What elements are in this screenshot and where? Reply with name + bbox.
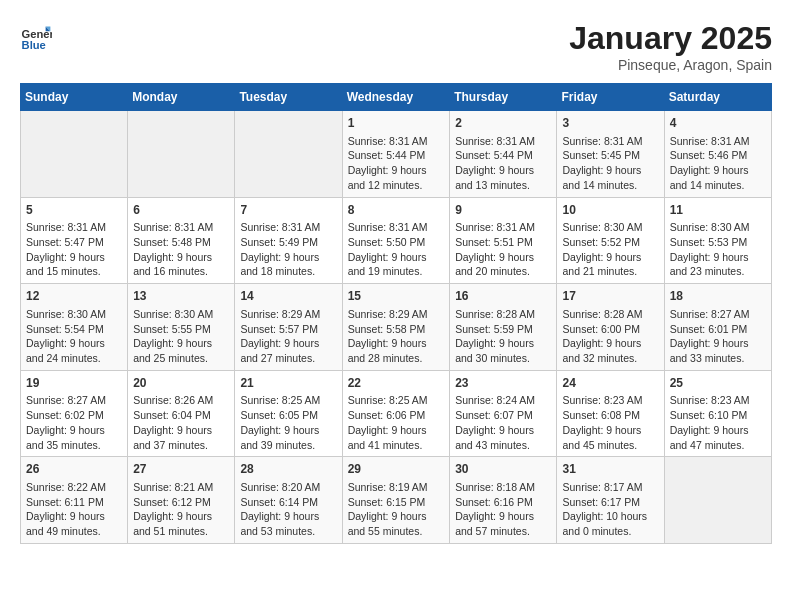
header-saturday: Saturday	[664, 84, 771, 111]
table-row: 10Sunrise: 8:30 AMSunset: 5:52 PMDayligh…	[557, 197, 664, 284]
calendar-header-row: Sunday Monday Tuesday Wednesday Thursday…	[21, 84, 772, 111]
daylight-text: Daylight: 9 hours and 21 minutes.	[562, 250, 658, 279]
daylight-text: Daylight: 9 hours and 32 minutes.	[562, 336, 658, 365]
daylight-text: Daylight: 9 hours and 30 minutes.	[455, 336, 551, 365]
daylight-text: Daylight: 9 hours and 33 minutes.	[670, 336, 766, 365]
table-row: 21Sunrise: 8:25 AMSunset: 6:05 PMDayligh…	[235, 370, 342, 457]
sunrise-text: Sunrise: 8:17 AM	[562, 480, 658, 495]
sunset-text: Sunset: 5:52 PM	[562, 235, 658, 250]
sunset-text: Sunset: 6:11 PM	[26, 495, 122, 510]
sunrise-text: Sunrise: 8:27 AM	[670, 307, 766, 322]
daylight-text: Daylight: 9 hours and 23 minutes.	[670, 250, 766, 279]
day-number: 24	[562, 375, 658, 392]
day-number: 25	[670, 375, 766, 392]
logo: General Blue	[20, 20, 56, 52]
header-sunday: Sunday	[21, 84, 128, 111]
table-row: 16Sunrise: 8:28 AMSunset: 5:59 PMDayligh…	[450, 284, 557, 371]
table-row: 14Sunrise: 8:29 AMSunset: 5:57 PMDayligh…	[235, 284, 342, 371]
sunset-text: Sunset: 5:51 PM	[455, 235, 551, 250]
month-year-title: January 2025	[569, 20, 772, 57]
sunset-text: Sunset: 5:49 PM	[240, 235, 336, 250]
sunrise-text: Sunrise: 8:25 AM	[240, 393, 336, 408]
table-row: 4Sunrise: 8:31 AMSunset: 5:46 PMDaylight…	[664, 111, 771, 198]
table-row: 8Sunrise: 8:31 AMSunset: 5:50 PMDaylight…	[342, 197, 450, 284]
daylight-text: Daylight: 9 hours and 51 minutes.	[133, 509, 229, 538]
daylight-text: Daylight: 9 hours and 28 minutes.	[348, 336, 445, 365]
daylight-text: Daylight: 9 hours and 45 minutes.	[562, 423, 658, 452]
sunset-text: Sunset: 6:16 PM	[455, 495, 551, 510]
table-row: 26Sunrise: 8:22 AMSunset: 6:11 PMDayligh…	[21, 457, 128, 544]
sunrise-text: Sunrise: 8:22 AM	[26, 480, 122, 495]
day-number: 6	[133, 202, 229, 219]
daylight-text: Daylight: 9 hours and 43 minutes.	[455, 423, 551, 452]
calendar-week-row: 19Sunrise: 8:27 AMSunset: 6:02 PMDayligh…	[21, 370, 772, 457]
sunrise-text: Sunrise: 8:31 AM	[562, 134, 658, 149]
sunset-text: Sunset: 6:12 PM	[133, 495, 229, 510]
sunset-text: Sunset: 5:53 PM	[670, 235, 766, 250]
sunset-text: Sunset: 5:57 PM	[240, 322, 336, 337]
sunset-text: Sunset: 6:08 PM	[562, 408, 658, 423]
sunset-text: Sunset: 6:15 PM	[348, 495, 445, 510]
table-row: 15Sunrise: 8:29 AMSunset: 5:58 PMDayligh…	[342, 284, 450, 371]
table-row: 18Sunrise: 8:27 AMSunset: 6:01 PMDayligh…	[664, 284, 771, 371]
sunset-text: Sunset: 5:47 PM	[26, 235, 122, 250]
daylight-text: Daylight: 9 hours and 13 minutes.	[455, 163, 551, 192]
daylight-text: Daylight: 9 hours and 41 minutes.	[348, 423, 445, 452]
day-number: 21	[240, 375, 336, 392]
daylight-text: Daylight: 9 hours and 57 minutes.	[455, 509, 551, 538]
title-block: January 2025 Pinseque, Aragon, Spain	[569, 20, 772, 73]
day-number: 19	[26, 375, 122, 392]
day-number: 2	[455, 115, 551, 132]
table-row	[21, 111, 128, 198]
daylight-text: Daylight: 9 hours and 55 minutes.	[348, 509, 445, 538]
daylight-text: Daylight: 9 hours and 49 minutes.	[26, 509, 122, 538]
daylight-text: Daylight: 9 hours and 37 minutes.	[133, 423, 229, 452]
day-number: 30	[455, 461, 551, 478]
calendar-week-row: 5Sunrise: 8:31 AMSunset: 5:47 PMDaylight…	[21, 197, 772, 284]
sunset-text: Sunset: 6:02 PM	[26, 408, 122, 423]
table-row: 13Sunrise: 8:30 AMSunset: 5:55 PMDayligh…	[128, 284, 235, 371]
sunset-text: Sunset: 6:14 PM	[240, 495, 336, 510]
table-row: 29Sunrise: 8:19 AMSunset: 6:15 PMDayligh…	[342, 457, 450, 544]
sunset-text: Sunset: 5:46 PM	[670, 148, 766, 163]
daylight-text: Daylight: 9 hours and 14 minutes.	[670, 163, 766, 192]
sunrise-text: Sunrise: 8:23 AM	[670, 393, 766, 408]
sunset-text: Sunset: 5:58 PM	[348, 322, 445, 337]
table-row: 31Sunrise: 8:17 AMSunset: 6:17 PMDayligh…	[557, 457, 664, 544]
daylight-text: Daylight: 9 hours and 19 minutes.	[348, 250, 445, 279]
sunset-text: Sunset: 5:54 PM	[26, 322, 122, 337]
day-number: 16	[455, 288, 551, 305]
table-row: 9Sunrise: 8:31 AMSunset: 5:51 PMDaylight…	[450, 197, 557, 284]
day-number: 17	[562, 288, 658, 305]
sunrise-text: Sunrise: 8:20 AM	[240, 480, 336, 495]
day-number: 18	[670, 288, 766, 305]
table-row	[128, 111, 235, 198]
sunset-text: Sunset: 5:44 PM	[348, 148, 445, 163]
table-row: 5Sunrise: 8:31 AMSunset: 5:47 PMDaylight…	[21, 197, 128, 284]
daylight-text: Daylight: 9 hours and 39 minutes.	[240, 423, 336, 452]
sunrise-text: Sunrise: 8:29 AM	[348, 307, 445, 322]
day-number: 1	[348, 115, 445, 132]
sunrise-text: Sunrise: 8:28 AM	[562, 307, 658, 322]
sunset-text: Sunset: 6:05 PM	[240, 408, 336, 423]
day-number: 31	[562, 461, 658, 478]
day-number: 15	[348, 288, 445, 305]
sunrise-text: Sunrise: 8:30 AM	[562, 220, 658, 235]
day-number: 20	[133, 375, 229, 392]
day-number: 27	[133, 461, 229, 478]
table-row: 7Sunrise: 8:31 AMSunset: 5:49 PMDaylight…	[235, 197, 342, 284]
day-number: 22	[348, 375, 445, 392]
table-row: 17Sunrise: 8:28 AMSunset: 6:00 PMDayligh…	[557, 284, 664, 371]
day-number: 5	[26, 202, 122, 219]
table-row: 3Sunrise: 8:31 AMSunset: 5:45 PMDaylight…	[557, 111, 664, 198]
sunrise-text: Sunrise: 8:24 AM	[455, 393, 551, 408]
header-friday: Friday	[557, 84, 664, 111]
calendar-table: Sunday Monday Tuesday Wednesday Thursday…	[20, 83, 772, 544]
location-subtitle: Pinseque, Aragon, Spain	[569, 57, 772, 73]
table-row: 1Sunrise: 8:31 AMSunset: 5:44 PMDaylight…	[342, 111, 450, 198]
sunrise-text: Sunrise: 8:31 AM	[670, 134, 766, 149]
table-row: 6Sunrise: 8:31 AMSunset: 5:48 PMDaylight…	[128, 197, 235, 284]
sunset-text: Sunset: 5:48 PM	[133, 235, 229, 250]
daylight-text: Daylight: 9 hours and 24 minutes.	[26, 336, 122, 365]
sunrise-text: Sunrise: 8:30 AM	[26, 307, 122, 322]
